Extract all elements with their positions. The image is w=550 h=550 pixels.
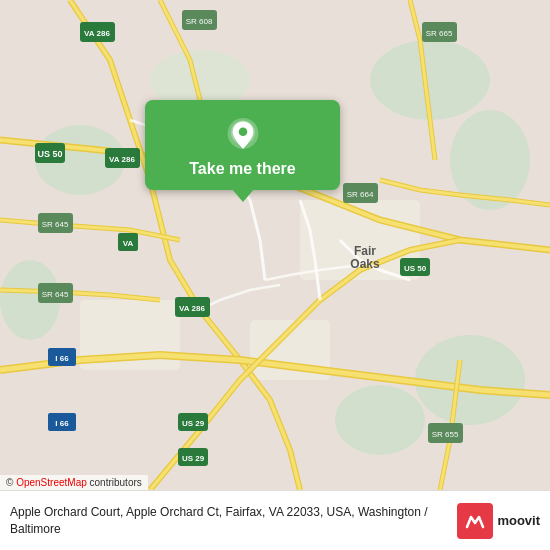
svg-text:US 29: US 29 — [182, 454, 205, 463]
moovit-icon — [457, 503, 493, 539]
moovit-logo: moovit — [457, 503, 540, 539]
moovit-text: moovit — [497, 513, 540, 528]
attribution-suffix: contributors — [87, 477, 142, 488]
svg-text:SR 655: SR 655 — [432, 430, 459, 439]
svg-text:SR 645: SR 645 — [42, 290, 69, 299]
address-text: Apple Orchard Court, Apple Orchard Ct, F… — [10, 504, 457, 538]
svg-point-47 — [238, 127, 247, 136]
osm-link[interactable]: OpenStreetMap — [16, 477, 87, 488]
attribution-prefix: © — [6, 477, 16, 488]
svg-text:VA 286: VA 286 — [179, 304, 205, 313]
svg-text:I 66: I 66 — [55, 419, 69, 428]
svg-text:SR 664: SR 664 — [347, 190, 374, 199]
svg-text:Fair: Fair — [354, 244, 376, 258]
map-container: US 50 VA 286 VA 286 VA 286 SR 608 SR 665… — [0, 0, 550, 490]
svg-text:VA: VA — [123, 239, 134, 248]
svg-text:US 50: US 50 — [404, 264, 427, 273]
take-me-there-popup[interactable]: Take me there — [145, 100, 340, 190]
footer-bar: Apple Orchard Court, Apple Orchard Ct, F… — [0, 490, 550, 550]
svg-text:SR 645: SR 645 — [42, 220, 69, 229]
svg-text:Oaks: Oaks — [350, 257, 380, 271]
svg-text:US 50: US 50 — [37, 149, 62, 159]
svg-text:US 29: US 29 — [182, 419, 205, 428]
take-me-there-label: Take me there — [189, 160, 295, 178]
svg-point-7 — [335, 385, 425, 455]
location-pin-icon — [225, 118, 261, 154]
svg-text:SR 608: SR 608 — [186, 17, 213, 26]
svg-text:I 66: I 66 — [55, 354, 69, 363]
svg-text:SR 665: SR 665 — [426, 29, 453, 38]
svg-text:VA 286: VA 286 — [84, 29, 110, 38]
svg-text:VA 286: VA 286 — [109, 155, 135, 164]
map-attribution: © OpenStreetMap contributors — [0, 475, 148, 490]
